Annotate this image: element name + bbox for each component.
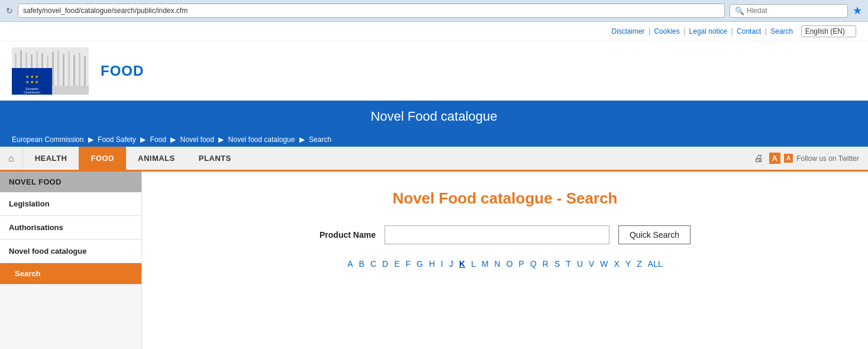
cookies-link[interactable]: Cookies [654, 27, 679, 35]
alpha-link-e[interactable]: E [394, 259, 399, 269]
bc-sep4: ▶ [218, 135, 225, 144]
svg-rect-8 [52, 52, 54, 86]
sidebar-item-legislation[interactable]: Legislation [0, 192, 141, 216]
svg-rect-9 [57, 50, 59, 86]
alpha-link-k[interactable]: K [459, 259, 465, 269]
content-area: Novel Food catalogue - Search Product Na… [142, 172, 868, 349]
blue-banner: Novel Food catalogue [0, 101, 868, 133]
search-form: Product Name Quick Search [166, 225, 844, 244]
sep4: | [765, 27, 767, 35]
sidebar-title: NOVEL FOOD [0, 172, 141, 192]
nav-bar: ⌂ HEALTH FOOD ANIMALS PLANTS 🖨 A A Follo… [0, 147, 868, 172]
nav-animals[interactable]: ANIMALS [126, 147, 187, 170]
disclaimer-link[interactable]: Disclaimer [612, 27, 645, 35]
home-nav-button[interactable]: ⌂ [0, 147, 23, 170]
search-link[interactable]: Search [770, 27, 793, 35]
alpha-link-p[interactable]: P [519, 259, 524, 269]
alpha-link-w[interactable]: W [600, 259, 608, 269]
contact-link[interactable]: Contact [737, 27, 761, 35]
alpha-link-s[interactable]: S [554, 259, 560, 269]
sidebar-item-authorisations[interactable]: Authorisations [0, 216, 141, 240]
nav-food[interactable]: FOOD [79, 147, 126, 170]
svg-text:★ ★ ★: ★ ★ ★ [25, 80, 38, 84]
alpha-link-r[interactable]: R [543, 259, 548, 269]
alphabet-links: ABCDEFGHIJKLMNOPQRSTUVWXYZALL [166, 259, 844, 269]
sep1: | [648, 27, 650, 35]
alpha-link-d[interactable]: D [382, 259, 388, 269]
alpha-link-h[interactable]: H [429, 259, 435, 269]
alpha-link-o[interactable]: O [506, 259, 513, 269]
font-small-button[interactable]: A [784, 154, 793, 163]
alpha-link-i[interactable]: I [441, 259, 443, 269]
alpha-link-g[interactable]: G [417, 259, 423, 269]
alpha-link-l[interactable]: L [471, 259, 476, 269]
breadcrumb: European Commission ▶ Food Safety ▶ Food… [0, 133, 868, 147]
breadcrumb-ec[interactable]: European Commission [12, 135, 83, 144]
alpha-link-q[interactable]: Q [530, 259, 537, 269]
quick-search-button[interactable]: Quick Search [618, 225, 690, 244]
breadcrumb-catalogue[interactable]: Novel food catalogue [228, 135, 295, 144]
print-icon[interactable]: 🖨 [754, 153, 763, 164]
bc-sep3: ▶ [170, 135, 178, 144]
refresh-icon[interactable]: ↻ [6, 6, 13, 15]
alpha-link-c[interactable]: C [370, 259, 376, 269]
site-title: FOOD [101, 63, 144, 79]
alpha-link-x[interactable]: X [614, 259, 619, 269]
banner-title: Novel Food catalogue [370, 109, 497, 124]
alpha-link-j[interactable]: J [449, 259, 453, 269]
alpha-link-t[interactable]: T [566, 259, 571, 269]
breadcrumb-novel-food[interactable]: Novel food [180, 135, 214, 144]
alpha-link-u[interactable]: U [577, 259, 583, 269]
main-layout: NOVEL FOOD Legislation Authorisations No… [0, 172, 868, 349]
svg-rect-10 [63, 54, 64, 86]
sidebar-item-search[interactable]: Search [0, 263, 141, 285]
bc-sep2: ▶ [140, 135, 147, 144]
language-dropdown[interactable]: English (EN) [801, 25, 856, 37]
nav-right-controls: 🖨 A A Follow us on Twitter [754, 153, 868, 164]
browser-search-input[interactable] [747, 7, 843, 15]
svg-rect-12 [73, 55, 75, 86]
sep3: | [731, 27, 733, 35]
svg-text:★ ★ ★: ★ ★ ★ [25, 75, 38, 79]
sidebar-item-novel-food-catalogue[interactable]: Novel food catalogue [0, 240, 141, 263]
bc-sep5: ▶ [299, 135, 306, 144]
svg-rect-13 [79, 53, 80, 86]
bc-sep1: ▶ [88, 135, 95, 144]
product-name-label: Product Name [320, 230, 376, 240]
ec-logo: ★ ★ ★ ★ ★ ★ European Commission [12, 47, 89, 95]
browser-search[interactable]: 🔍 [730, 4, 848, 18]
sep2: | [683, 27, 685, 35]
svg-rect-11 [68, 51, 70, 86]
sidebar: NOVEL FOOD Legislation Authorisations No… [0, 172, 142, 349]
header-area: ★ ★ ★ ★ ★ ★ European Commission FOOD [0, 41, 868, 101]
search-icon: 🔍 [735, 7, 744, 15]
alpha-link-a[interactable]: A [347, 259, 353, 269]
top-links-bar: Disclaimer | Cookies | Legal notice | Co… [0, 22, 868, 41]
breadcrumb-food[interactable]: Food [150, 135, 166, 144]
breadcrumb-food-safety[interactable]: Food Safety [98, 135, 136, 144]
nav-plants[interactable]: PLANTS [187, 147, 243, 170]
alpha-link-b[interactable]: B [359, 259, 364, 269]
font-large-button[interactable]: A [769, 153, 780, 164]
svg-text:Commission: Commission [24, 91, 40, 94]
page-title: Novel Food catalogue - Search [166, 189, 844, 208]
product-name-input[interactable] [385, 225, 609, 244]
follow-twitter-label: Follow us on Twitter [796, 154, 859, 163]
alpha-link-y[interactable]: Y [625, 259, 631, 269]
bookmark-star-icon[interactable]: ★ [853, 4, 862, 17]
alpha-link-all[interactable]: ALL [648, 259, 663, 269]
alpha-link-m[interactable]: M [482, 259, 489, 269]
alpha-link-n[interactable]: N [495, 259, 501, 269]
ec-building-svg: ★ ★ ★ ★ ★ ★ European Commission [12, 47, 89, 95]
alpha-link-z[interactable]: Z [637, 259, 642, 269]
breadcrumb-current: Search [309, 135, 331, 144]
alpha-link-v[interactable]: V [589, 259, 594, 269]
legal-notice-link[interactable]: Legal notice [689, 27, 728, 35]
browser-bar: ↻ safety/novel_food/catalogue/search/pub… [0, 0, 868, 22]
alpha-link-f[interactable]: F [406, 259, 411, 269]
url-bar[interactable]: safety/novel_food/catalogue/search/publi… [18, 4, 725, 18]
nav-health[interactable]: HEALTH [23, 147, 79, 170]
svg-rect-14 [84, 56, 86, 86]
